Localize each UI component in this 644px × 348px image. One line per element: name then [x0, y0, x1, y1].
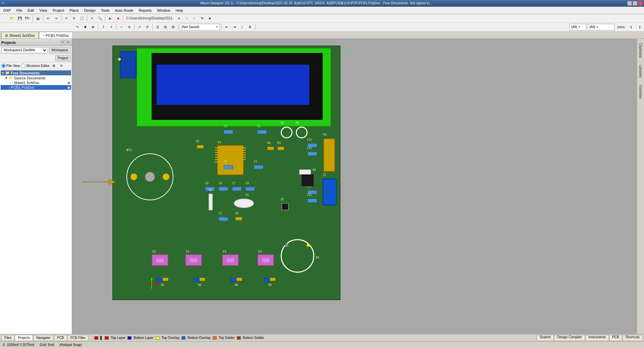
run-button[interactable]: ▶ [107, 15, 114, 22]
workspace-dropdown[interactable]: Workspace1.DsnWrk [1, 47, 48, 53]
filter-refresh-btn[interactable]: ↻ [58, 63, 64, 69]
file-view-radio[interactable] [1, 64, 6, 68]
filter-options-btn[interactable]: ⚙ [51, 63, 57, 69]
menu-design[interactable]: Design [82, 8, 98, 13]
menu-place[interactable]: Place [67, 8, 82, 13]
zoom-in-button[interactable]: 🔍 [96, 15, 104, 22]
paste-button[interactable]: 📋 [78, 15, 86, 22]
measure2[interactable]: ⇥ [231, 24, 238, 30]
save-all-button[interactable]: 💾+ [24, 15, 31, 22]
route-button[interactable]: ⌇ [100, 24, 107, 30]
q1-comp [281, 203, 289, 210]
y2-label: Y2 [246, 194, 249, 197]
not-saved-dropdown[interactable]: (Not Saved) ▼ [180, 24, 220, 30]
libraries-tab[interactable]: Libraries [638, 62, 643, 81]
menu-reports[interactable]: Reports [136, 8, 155, 13]
separator-t2-7 [255, 24, 255, 30]
toolbar2-extra2[interactable]: ⟫ [636, 24, 643, 30]
tree-pcb1[interactable]: ▪ PCB1.PcbDoc ▣ [1, 85, 71, 90]
zoom-percent[interactable]: 100% [616, 24, 626, 30]
structure-editor-radio[interactable] [21, 64, 25, 68]
redo-button[interactable]: ↪ [52, 15, 60, 22]
panel-menu-btn[interactable]: ≡ [60, 40, 65, 45]
pcb-tool-2[interactable]: ✚ [82, 24, 89, 30]
menu-tools[interactable]: Tools [98, 8, 112, 13]
browse-button[interactable]: ● [175, 15, 183, 22]
new-button[interactable]: 📄 [1, 15, 8, 22]
workspace-button[interactable]: Workspace [49, 47, 70, 53]
menu-dxp[interactable]: DXP [1, 8, 14, 13]
tab-navigator[interactable]: Navigator [33, 335, 54, 341]
menu-view[interactable]: View [37, 8, 50, 13]
structure-editor-radio-label[interactable]: Structure Editor [21, 64, 49, 68]
pcb-tool-3[interactable]: ⊕ [89, 24, 97, 30]
zoom-sel[interactable]: ⊟ [162, 24, 169, 30]
zoom-board[interactable]: ⊞ [169, 24, 177, 30]
route2-button[interactable]: ↗ [107, 24, 115, 30]
fav-button[interactable]: ★ [206, 15, 214, 22]
select-button[interactable]: ↖ [89, 15, 96, 22]
project-button[interactable]: Project [55, 55, 70, 61]
menu-autoroute[interactable]: Auto Route [112, 8, 136, 13]
system-tab[interactable]: System [537, 335, 554, 341]
clipboard-tab[interactable]: Clipboard [638, 40, 643, 61]
print-button[interactable]: 🖨️ [34, 15, 42, 22]
tree-source-documents[interactable]: ▼ 📁 Source Documents [1, 75, 71, 80]
c11-comp [308, 199, 317, 203]
tab-sheet1[interactable]: ▦ Sheet1.SchDoc [1, 32, 39, 39]
cut-button[interactable]: ✂ [63, 15, 70, 22]
forward-button[interactable]: → [183, 15, 191, 22]
measure3[interactable]: ↕ [238, 24, 246, 30]
close-button[interactable]: × [638, 1, 643, 6]
s4-component: S4 [257, 254, 274, 266]
place-pad[interactable]: ○ [118, 24, 125, 30]
bottom-solder-color [237, 336, 241, 340]
pcb-canvas-area[interactable]: LCD1 BT1 [72, 39, 644, 334]
menu-project[interactable]: Project [50, 8, 67, 13]
menu-edit[interactable]: Edit [25, 8, 37, 13]
back-button[interactable]: ← [191, 15, 198, 22]
u3-top [299, 169, 311, 175]
design-compiler-tab[interactable]: Design Compiler [554, 335, 585, 341]
instruments-tab[interactable]: Instruments [585, 335, 609, 341]
undo-button[interactable]: ↩ [45, 15, 52, 22]
zoom-fit[interactable]: ⊡ [154, 24, 161, 30]
rotate-button[interactable]: ↺ [144, 24, 151, 30]
tab-pcb-filter[interactable]: PCB Filter [67, 335, 89, 341]
layer-dropdown[interactable]: (All) ▼ [570, 24, 586, 30]
panel-close-btn[interactable]: × [66, 40, 70, 45]
menu-window[interactable]: Window [154, 8, 173, 13]
maximize-button[interactable]: □ [633, 1, 637, 6]
place-via[interactable]: ⊙ [125, 24, 133, 30]
pcb-right-tab[interactable]: PCB [609, 335, 622, 341]
tab-pcb[interactable]: PCB [54, 335, 67, 341]
tree-free-documents[interactable]: ▼ 📁 Free Documents [1, 70, 71, 75]
file-view-radio-label[interactable]: File View [1, 64, 20, 68]
sheet1-badge: ▣ [67, 81, 70, 84]
pcb-tool-1[interactable]: ↖ [74, 24, 81, 30]
measure1[interactable]: ⇤ [223, 24, 230, 30]
menu-help[interactable]: Help [173, 8, 186, 13]
stop-button[interactable]: ■ [114, 15, 122, 22]
text-tool[interactable]: A [246, 24, 254, 30]
menu-file[interactable]: File [14, 8, 25, 13]
c3-comp [224, 130, 233, 134]
move-button[interactable]: ⤢ [136, 24, 143, 30]
tab-files[interactable]: Files [1, 335, 14, 341]
tab-projects[interactable]: Projects [15, 335, 33, 341]
save-button[interactable]: 💾 [16, 15, 23, 22]
favorites-tab[interactable]: Favorites [638, 82, 643, 102]
copy-button[interactable]: ⎘ [70, 15, 78, 22]
shortcuts-tab[interactable]: Shortcuts [623, 335, 643, 341]
minimize-button[interactable]: _ [627, 1, 632, 6]
refresh-button[interactable]: ↻ [199, 15, 206, 22]
window-controls[interactable]: _ □ × [627, 1, 643, 6]
tree-sheet1[interactable]: 📄 Sheet1.SchDoc ▣ [1, 80, 71, 85]
toolbar2-extra[interactable]: ⟪ [627, 24, 635, 30]
c6-comp [219, 187, 228, 191]
zoom-dropdown[interactable]: (All) ▼ [588, 24, 614, 30]
panel-controls[interactable]: ≡ × [60, 40, 70, 45]
free-docs-folder-icon: 📁 [5, 71, 10, 75]
tab-pcb1[interactable]: ▪ PCB1.PcbDoc [39, 32, 73, 39]
open-button[interactable]: 📂 [8, 15, 16, 22]
